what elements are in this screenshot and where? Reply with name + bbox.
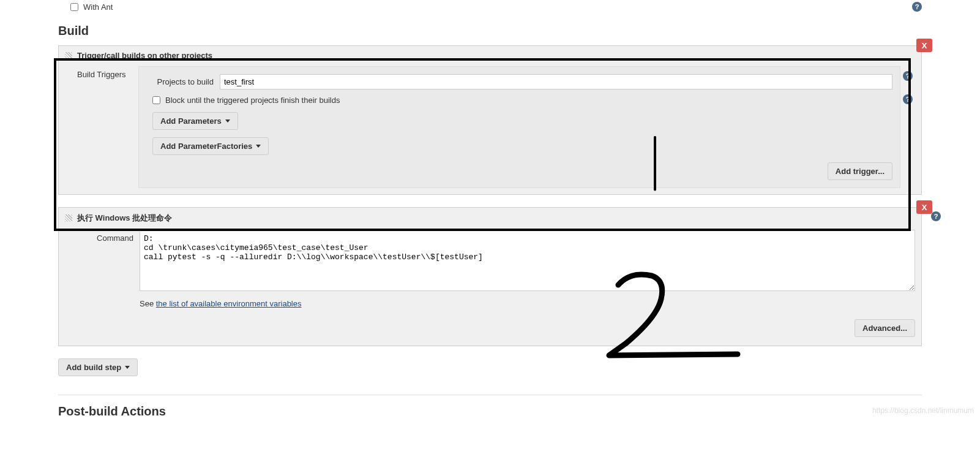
step-header: Trigger/call builds on other projects (60, 47, 920, 64)
step-title: 执行 Windows 批处理命令 (77, 213, 172, 224)
delete-step-button[interactable]: X (916, 200, 932, 214)
add-build-step-button[interactable]: Add build step (58, 358, 138, 376)
help-icon[interactable]: ? (903, 71, 913, 81)
build-section-title: Build (58, 24, 922, 38)
help-icon[interactable]: ? (903, 94, 913, 104)
add-parameter-factories-label: Add ParameterFactories (160, 142, 252, 151)
drag-handle-icon[interactable] (65, 52, 72, 59)
post-build-section-title: Post-build Actions (58, 404, 922, 419)
projects-to-build-input[interactable] (220, 74, 892, 89)
with-ant-label: With Ant (83, 2, 113, 12)
caret-down-icon (225, 119, 230, 123)
add-build-step-label: Add build step (66, 363, 121, 372)
env-vars-hint: See the list of available environment va… (140, 299, 915, 308)
caret-down-icon (125, 366, 130, 369)
advanced-button[interactable]: Advanced... (855, 319, 915, 337)
build-step-trigger: X Trigger/call builds on other projects … (58, 45, 922, 195)
build-triggers-label: Build Triggers (77, 66, 138, 188)
step-title: Trigger/call builds on other projects (77, 51, 212, 60)
add-parameters-label: Add Parameters (160, 116, 222, 126)
block-until-label: Block until the triggered projects finis… (165, 96, 340, 105)
build-step-batch: X ? 执行 Windows 批处理命令 Command See the lis… (58, 207, 922, 346)
add-trigger-button[interactable]: Add trigger... (828, 162, 892, 180)
command-textarea[interactable] (140, 230, 915, 291)
with-ant-checkbox[interactable] (70, 3, 78, 11)
drag-handle-icon[interactable] (65, 214, 72, 222)
projects-to-build-label: Projects to build (146, 77, 220, 86)
advanced-label: Advanced... (862, 324, 907, 333)
block-until-checkbox[interactable] (152, 96, 160, 104)
see-prefix: See (140, 299, 156, 308)
step-header: 执行 Windows 批处理命令 (60, 209, 920, 227)
add-parameter-factories-button[interactable]: Add ParameterFactories (152, 137, 269, 155)
add-trigger-label: Add trigger... (836, 167, 885, 176)
command-label: Command (94, 230, 140, 337)
help-icon[interactable]: ? (931, 211, 941, 221)
delete-step-button[interactable]: X (916, 39, 932, 52)
help-icon[interactable]: ? (912, 2, 922, 12)
add-parameters-button[interactable]: Add Parameters (152, 112, 238, 130)
caret-down-icon (256, 145, 261, 148)
watermark-text: https://blog.csdn.net/linmumum (872, 406, 974, 415)
env-vars-link[interactable]: the list of available environment variab… (156, 299, 302, 308)
